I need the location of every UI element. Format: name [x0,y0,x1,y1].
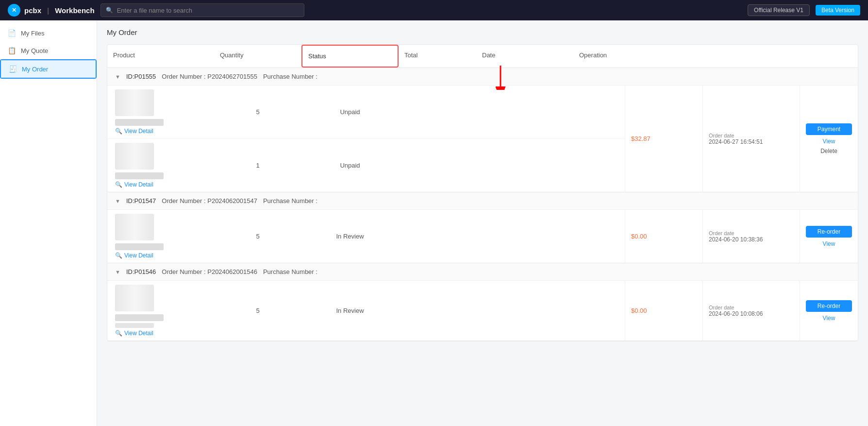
sidebar-item-my-order-label: My Order [22,66,48,73]
order-group-header-p01555: ▼ ID:P01555 Order Number : P202406270155… [107,68,858,85]
sidebar-item-my-order[interactable]: 🧾 My Order [1,60,96,78]
order-item-row-p01555-2: 🔍 View Detail 1 Unpaid [107,139,625,192]
purchase-number-p01555: Purchase Number : [263,73,317,80]
operation-cell-p01555: Payment View Delete [800,85,858,192]
product-name-p01546 [115,314,164,321]
order-item-row-p01546-1: 🔍 View Detail 5 In Review [107,281,625,341]
total-cell-p01546: $0.00 [625,281,702,341]
product-cell-p01555-1: 🔍 View Detail [107,85,214,138]
view-detail-link-p01555-1[interactable]: 🔍 View Detail [115,128,206,135]
zoom-icon-p01547: 🔍 [115,252,122,259]
logo: ✕ pcbx | Workbench [8,4,95,17]
search-bar[interactable]: 🔍 [100,3,304,17]
view-button-p01555[interactable]: View [806,138,852,145]
logo-text: pcbx [24,6,41,15]
product-name-placeholder-2 [115,172,164,179]
view-button-p01547[interactable]: View [806,240,852,247]
reorder-button-p01547[interactable]: Re-order [806,226,852,238]
sidebar-item-my-order-wrap: 🧾 My Order [0,59,97,79]
total-cell-p01555: $32.87 [625,85,702,192]
app-name: Workbench [55,6,94,15]
order-body-p01546: 🔍 View Detail 5 In Review $0.00 Order da [107,281,858,341]
product-cell-p01547-1: 🔍 View Detail [107,210,214,263]
beta-version-button[interactable]: Beta Version [816,5,860,16]
collapse-icon-p01547[interactable]: ▼ [115,198,120,204]
order-group-header-p01546: ▼ ID:P01546 Order Number : P202406200154… [107,263,858,281]
th-total: Total [399,45,476,68]
order-items-p01546: 🔍 View Detail 5 In Review [107,281,625,341]
payment-button-p01555[interactable]: Payment [806,123,852,135]
order-table: Product Quantity Status Total Date Opera… [107,44,858,341]
order-group-p01547: ▼ ID:P01547 Order Number : P202406200154… [107,192,858,263]
order-items-p01555: 🔍 View Detail 5 Unpaid [107,85,625,192]
status-cell-p01547: In Review [301,229,399,244]
zoom-icon-p01546: 🔍 [115,330,122,337]
qty-cell-p01547: 5 [214,229,301,244]
view-detail-link-p01546-1[interactable]: 🔍 View Detail [115,330,206,337]
delete-button-p01555[interactable]: Delete [806,148,852,154]
view-detail-link-p01547-1[interactable]: 🔍 View Detail [115,252,206,259]
my-quote-icon: 📋 [8,47,16,54]
operation-cell-p01546: Re-order View [800,281,858,341]
order-body-p01547: 🔍 View Detail 5 In Review $0.00 Order da [107,210,858,263]
qty-cell-p01555-2: 1 [214,158,301,173]
product-sub-p01546 [115,323,154,328]
zoom-icon-2: 🔍 [115,181,122,188]
sidebar-item-my-files-label: My Files [21,30,44,37]
sidebar-item-my-quote[interactable]: 📋 My Quote [0,42,97,59]
order-items-p01547: 🔍 View Detail 5 In Review [107,210,625,263]
collapse-icon-p01555[interactable]: ▼ [115,74,120,80]
date-value-p01546: 2024-06-20 10:08:06 [709,310,794,317]
product-name-p01547 [115,243,164,250]
purchase-number-p01547: Purchase Number : [263,197,317,204]
page-title: My Order [107,28,858,36]
order-id-p01547: ID:P01547 [126,197,156,204]
order-group-header-p01547: ▼ ID:P01547 Order Number : P202406200154… [107,192,858,210]
product-thumbnail-p01555-1 [115,89,154,116]
product-thumbnail-p01555-2 [115,143,154,170]
order-body-p01555: 🔍 View Detail 5 Unpaid [107,85,858,192]
date-value-p01555: 2024-06-27 16:54:51 [709,138,794,145]
main-content: My Order Product Quantity Status Total D… [97,20,868,426]
th-product: Product [107,45,214,68]
th-operation: Operation [573,45,632,68]
logo-icon: ✕ [8,4,20,17]
my-files-icon: 📄 [8,29,16,37]
total-value-p01547: $0.00 [631,233,647,240]
operation-cell-p01547: Re-order View [800,210,858,263]
order-number-p01555: Order Number : P2024062701555 [162,73,257,80]
reorder-button-p01546[interactable]: Re-order [806,300,852,312]
total-cell-p01547: $0.00 [625,210,702,263]
order-number-p01546: Order Number : P2024062001546 [162,268,257,275]
view-detail-link-p01555-2[interactable]: 🔍 View Detail [115,181,206,188]
sidebar-item-my-quote-wrap: 📋 My Quote [0,42,97,59]
topbar: ✕ pcbx | Workbench 🔍 Official Release V1… [0,0,868,20]
official-release-button[interactable]: Official Release V1 [748,4,810,16]
total-value-p01546: $0.00 [631,307,647,314]
status-cell-p01546: In Review [301,303,399,318]
layout: 📄 My Files 📋 My Quote 🧾 My Order My Orde… [0,20,868,426]
total-value-p01555: $32.87 [631,135,651,142]
topbar-divider: | [47,6,49,15]
order-number-p01547: Order Number : P2024062001547 [162,197,257,204]
search-input[interactable] [117,7,299,14]
sidebar-item-my-files[interactable]: 📄 My Files [0,24,97,42]
table-header: Product Quantity Status Total Date Opera… [107,45,858,68]
product-cell-p01546-1: 🔍 View Detail [107,281,214,341]
qty-cell-p01555-1: 5 [214,104,301,119]
order-item-row-p01555-1: 🔍 View Detail 5 Unpaid [107,85,625,139]
th-status: Status [301,45,399,68]
date-cell-p01546: Order date 2024-06-20 10:08:06 [702,281,800,341]
product-name-placeholder [115,119,164,126]
collapse-icon-p01546[interactable]: ▼ [115,269,120,275]
sidebar-item-my-quote-label: My Quote [21,47,48,54]
zoom-icon: 🔍 [115,128,122,135]
search-icon: 🔍 [106,7,113,14]
sidebar-item-my-files-wrap: 📄 My Files [0,24,97,42]
view-button-p01546[interactable]: View [806,315,852,322]
order-group-p01555: ▼ ID:P01555 Order Number : P202406270155… [107,68,858,192]
order-group-p01546: ▼ ID:P01546 Order Number : P202406200154… [107,263,858,341]
purchase-number-p01546: Purchase Number : [263,268,317,275]
product-cell-p01555-2: 🔍 View Detail [107,139,214,192]
product-thumbnail-p01547-1 [115,214,154,240]
